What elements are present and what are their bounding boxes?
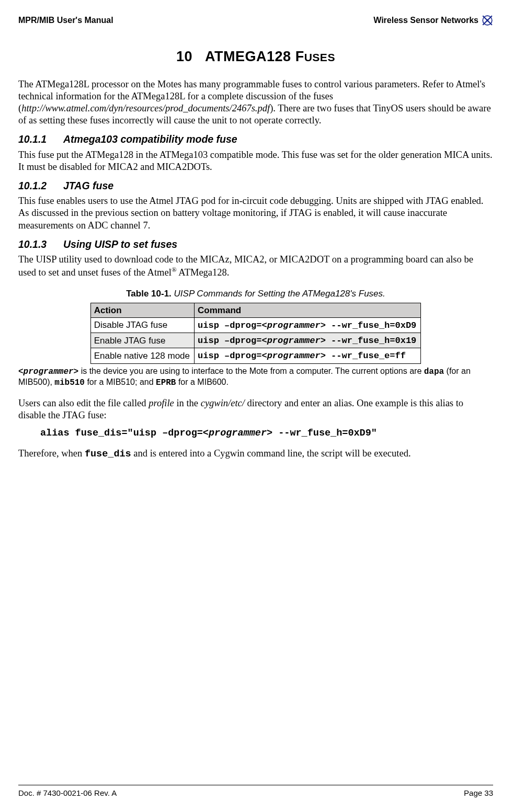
table-cell-command: uisp –dprog=<programmer> --wr_fuse_h=0x1…	[195, 333, 421, 348]
closing-cmd: fuse_dis	[85, 449, 131, 460]
intro-paragraph: The ATMega128L processor on the Motes ha…	[18, 78, 493, 127]
uisp-commands-table: Action Command Disable JTAG fuse uisp –d…	[90, 303, 421, 364]
cmd-post: --wr_fuse_h=0x19	[326, 336, 416, 346]
section-body-b: ATMega128.	[177, 267, 230, 278]
cmd-arg: <programmer>	[261, 321, 325, 330]
section-heading-10-1-2: 10.1.2JTAG fuse	[18, 179, 493, 192]
table-header-action: Action	[90, 303, 194, 317]
closing-b: and is entered into a Cygwin command lin…	[131, 448, 411, 459]
cmd-arg: <programmer>	[261, 351, 325, 361]
section-num: 10.1.2	[18, 179, 63, 192]
cmd-post: --wr_fuse_e=ff	[326, 351, 406, 361]
chapter-number: 10	[176, 49, 192, 64]
page-footer: Doc. # 7430-0021-06 Rev. A Page 33	[18, 785, 493, 798]
table-cell-action: Enable JTAG fuse	[90, 333, 194, 348]
table-cell-command: uisp –dprog=<programmer> --wr_fuse_h=0xD…	[195, 317, 421, 333]
cmd-pre: uisp –dprog=	[198, 336, 261, 346]
note-c: for a MIB510; and	[85, 378, 156, 386]
registered-mark: ®	[172, 266, 177, 273]
chapter-title: 10 ATMEGA128 FUSES	[18, 48, 493, 66]
note-prog: <programmer>	[18, 367, 78, 376]
alias-intro-a: Users can also edit the file called	[18, 398, 149, 408]
section-body-10-1-1: This fuse put the ATMega128 in the ATMeg…	[18, 149, 493, 173]
table-caption-rest: UISP Commands for Setting the ATMega128'…	[172, 289, 385, 299]
footer-doc-id: Doc. # 7430-0021-06 Rev. A	[18, 788, 117, 798]
crossbow-logo-icon	[482, 15, 493, 26]
note-dapa: dapa	[424, 367, 444, 376]
section-num: 10.1.3	[18, 238, 63, 250]
section-body-10-1-2: This fuse enables users to use the Atmel…	[18, 195, 493, 231]
table-row: Disable JTAG fuse uisp –dprog=<programme…	[90, 317, 421, 333]
section-heading-10-1-1: 10.1.1Atmega103 compatibility mode fuse	[18, 133, 493, 145]
cmd-arg: <programmer>	[261, 336, 325, 346]
chapter-name-a: ATMEGA128 F	[205, 49, 304, 64]
section-title: JTAG fuse	[63, 180, 113, 191]
table-caption-bold: Table 10-1.	[126, 289, 172, 299]
header-left: MPR/MIB User's Manual	[18, 15, 113, 26]
alias-code-block: alias fuse_dis="uisp –dprog=<programmer>…	[40, 427, 493, 439]
table-header-row: Action Command	[90, 303, 421, 317]
section-body-10-1-3: The UISP utility used to download code t…	[18, 254, 493, 279]
section-num: 10.1.1	[18, 133, 63, 145]
note-d: for a MIB600.	[176, 378, 229, 386]
section-body-a: The UISP utility used to download code t…	[18, 254, 473, 278]
header-right: Wireless Sensor Networks	[373, 15, 478, 26]
footer-page-num: Page 33	[464, 788, 493, 798]
note-a: is the device you are using to interface…	[78, 367, 424, 375]
table-caption: Table 10-1. UISP Commands for Setting th…	[18, 288, 493, 299]
alias-code-arg: <programmer>	[203, 428, 272, 439]
cmd-pre: uisp –dprog=	[198, 351, 261, 361]
note-eprb: EPRB	[156, 378, 176, 387]
closing-paragraph: Therefore, when fuse_dis and is entered …	[18, 448, 493, 460]
cmd-post: --wr_fuse_h=0xD9	[326, 321, 416, 330]
intro-url: http://www.atmel.com/dyn/resources/prod_…	[21, 103, 270, 113]
header-right-group: Wireless Sensor Networks	[373, 15, 493, 26]
alias-profile: profile	[149, 398, 174, 408]
section-title: Using UISP to set fuses	[63, 238, 177, 250]
table-note: <programmer> is the device you are using…	[18, 366, 493, 388]
section-heading-10-1-3: 10.1.3Using UISP to set fuses	[18, 238, 493, 250]
cmd-pre: uisp –dprog=	[198, 321, 261, 330]
closing-a: Therefore, when	[18, 448, 85, 459]
alias-code-pre: alias fuse_dis="uisp –dprog=	[40, 428, 203, 439]
table-row: Enable native 128 mode uisp –dprog=<prog…	[90, 348, 421, 363]
alias-path: cygwin/etc/	[201, 398, 245, 408]
alias-intro: Users can also edit the file called prof…	[18, 397, 493, 421]
alias-code-post: --wr_fuse_h=0xD9"	[272, 428, 377, 439]
table-header-command: Command	[195, 303, 421, 317]
section-title: Atmega103 compatibility mode fuse	[63, 133, 237, 145]
note-mib510: mib510	[54, 378, 85, 387]
table-cell-action: Disable JTAG fuse	[90, 317, 194, 333]
alias-intro-b: in the	[174, 398, 201, 408]
table-cell-action: Enable native 128 mode	[90, 348, 194, 363]
table-row: Enable JTAG fuse uisp –dprog=<programmer…	[90, 333, 421, 348]
page-header: MPR/MIB User's Manual Wireless Sensor Ne…	[18, 15, 493, 26]
table-cell-command: uisp –dprog=<programmer> --wr_fuse_e=ff	[195, 348, 421, 363]
chapter-name-b: USES	[304, 51, 335, 63]
